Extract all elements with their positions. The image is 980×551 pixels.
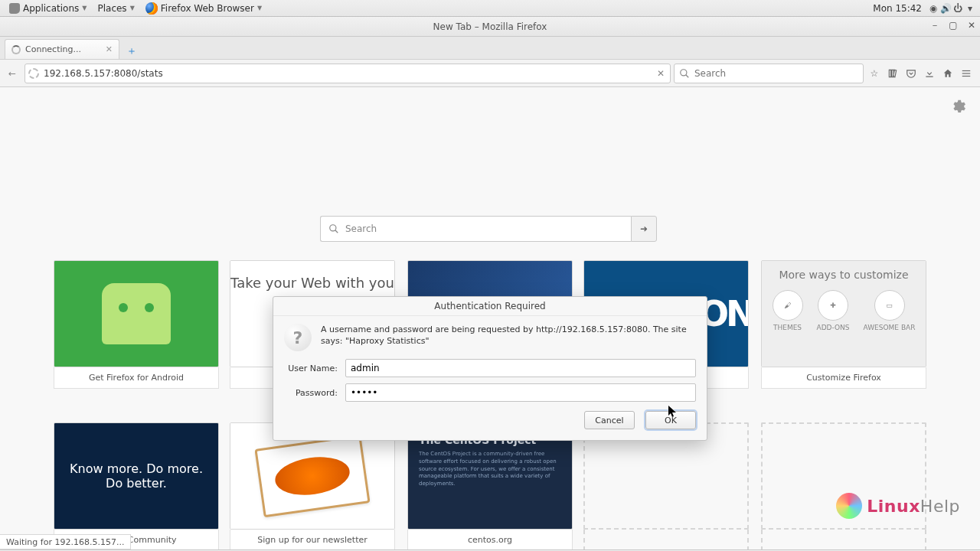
applications-menu[interactable]: Applications▼ (5, 0, 91, 16)
minimize-button[interactable]: － (929, 20, 940, 31)
tile-caption: Get Firefox for Android (54, 367, 219, 389)
svg-rect-3 (962, 73, 971, 73)
svg-line-6 (335, 230, 338, 233)
watermark-bold: Linux (867, 497, 920, 516)
ok-button[interactable]: OK (645, 411, 696, 429)
themes-icon: 🖌 (773, 290, 803, 321)
tab-strip: Connecting... ✕ ＋ (0, 37, 980, 60)
chevron-down-icon: ▼ (257, 5, 262, 11)
pocket-icon[interactable] (903, 66, 919, 81)
search-icon (328, 223, 339, 234)
newtab-search-field[interactable]: Search (320, 216, 631, 242)
close-button[interactable]: ✕ (966, 20, 977, 31)
tile-sublabel: AWESOME BAR (864, 324, 916, 331)
bookmark-star-icon[interactable]: ☆ (867, 66, 882, 81)
search-icon (679, 68, 690, 79)
firefox-icon (145, 2, 158, 15)
svg-rect-2 (962, 70, 971, 70)
username-label: User Name: (284, 364, 338, 373)
svg-point-0 (681, 69, 687, 75)
tile-placeholder[interactable] (583, 422, 749, 549)
hamburger-menu-icon[interactable] (959, 66, 974, 81)
chevron-down-icon: ▼ (82, 5, 87, 11)
tile-sublabel: THEMES (773, 324, 802, 331)
tile-centos[interactable]: The CentOS ProjectThe CentOS Project is … (407, 422, 573, 549)
search-bar[interactable] (674, 64, 864, 83)
tile-text: Know more. Do more. Do better. (54, 423, 218, 529)
newtab-settings-icon[interactable] (949, 98, 966, 117)
clock-label: Mon 15:42 (873, 3, 922, 14)
browser-tab[interactable]: Connecting... ✕ (5, 39, 119, 59)
tile-caption: centos.org (407, 530, 573, 549)
clock[interactable]: Mon 15:42 (868, 0, 926, 16)
awesomebar-icon: ▭ (874, 290, 905, 321)
chevron-down-icon: ▼ (130, 5, 135, 11)
tile-sublabel: ADD-ONS (817, 324, 850, 331)
url-input[interactable] (44, 68, 650, 79)
window-titlebar: New Tab – Mozilla Firefox － ▢ ✕ (0, 17, 980, 37)
maximize-button[interactable]: ▢ (948, 20, 959, 31)
newtab-search-placeholder: Search (345, 223, 377, 234)
home-icon[interactable] (940, 66, 956, 81)
downloads-icon[interactable] (922, 66, 937, 81)
applications-label: Applications (23, 3, 79, 14)
svg-point-5 (330, 225, 336, 231)
back-button[interactable]: ← (3, 64, 21, 83)
url-bar[interactable]: ✕ (24, 64, 671, 83)
tile-heading: More ways to customize (779, 261, 908, 290)
volume-icon[interactable]: 🔊 (940, 3, 951, 14)
tile-newsletter[interactable]: Sign up for our newsletter (230, 422, 395, 549)
tile-caption: Sign up for our newsletter (230, 530, 395, 549)
watermark-rest: Help (920, 497, 960, 516)
new-tab-button[interactable]: ＋ (122, 44, 141, 59)
tab-close-icon[interactable]: ✕ (106, 44, 113, 54)
user-menu-icon[interactable]: ▾ (965, 3, 975, 14)
tile-placeholder[interactable] (761, 422, 926, 549)
browser-toolbar: ← ✕ ☆ (0, 60, 980, 87)
library-icon[interactable] (885, 66, 900, 81)
dialog-message: A username and password are being reques… (321, 324, 696, 347)
places-label: Places (97, 3, 126, 14)
watermark-logo: LinuxHelp (836, 493, 960, 519)
password-input[interactable] (345, 383, 696, 402)
active-app-label: Firefox Web Browser (161, 3, 254, 14)
accessibility-icon[interactable]: ◉ (928, 3, 939, 14)
tile-caption: Customize Firefox (761, 367, 926, 389)
active-app-menu[interactable]: Firefox Web Browser▼ (141, 0, 266, 16)
newtab-search-go[interactable]: ➜ (631, 216, 657, 242)
search-input[interactable] (694, 68, 858, 79)
password-label: Password: (284, 388, 338, 398)
gnome-foot-icon (9, 3, 20, 14)
auth-dialog: Authentication Required ? A username and… (273, 296, 707, 441)
window-title: New Tab – Mozilla Firefox (433, 21, 547, 32)
swirl-icon (836, 493, 862, 519)
site-identity-icon[interactable] (28, 68, 39, 79)
tile-blurb: The CentOS Project is a community-driven… (419, 451, 561, 488)
cancel-button[interactable]: Cancel (584, 411, 635, 429)
tile-customize[interactable]: More ways to customize 🖌THEMES ✚ADD-ONS … (761, 260, 926, 389)
svg-line-1 (686, 74, 689, 77)
tab-label: Connecting... (25, 44, 81, 54)
tile-firefox-android[interactable]: Get Firefox for Android (54, 260, 219, 389)
status-bar: Waiting for 192.168.5.157... (0, 534, 131, 549)
power-icon[interactable]: ⏻ (952, 3, 963, 14)
svg-rect-4 (962, 75, 971, 76)
newtab-search: Search ➜ (320, 216, 657, 242)
addons-icon: ✚ (818, 290, 848, 321)
question-icon: ? (284, 324, 312, 351)
places-menu[interactable]: Places▼ (93, 0, 139, 16)
url-clear-icon[interactable]: ✕ (655, 68, 667, 79)
dialog-title: Authentication Required (273, 297, 707, 316)
status-text: Waiting for 192.168.5.157... (6, 537, 124, 547)
username-input[interactable] (345, 359, 696, 377)
gnome-top-panel: Applications▼ Places▼ Firefox Web Browse… (0, 0, 980, 17)
browser-content: Search ➜ Get Firefox for Android Take yo… (0, 87, 980, 549)
loading-spinner-icon (11, 45, 21, 54)
tile-mozilla-community[interactable]: Know more. Do more. Do better. Mozilla C… (54, 422, 219, 549)
